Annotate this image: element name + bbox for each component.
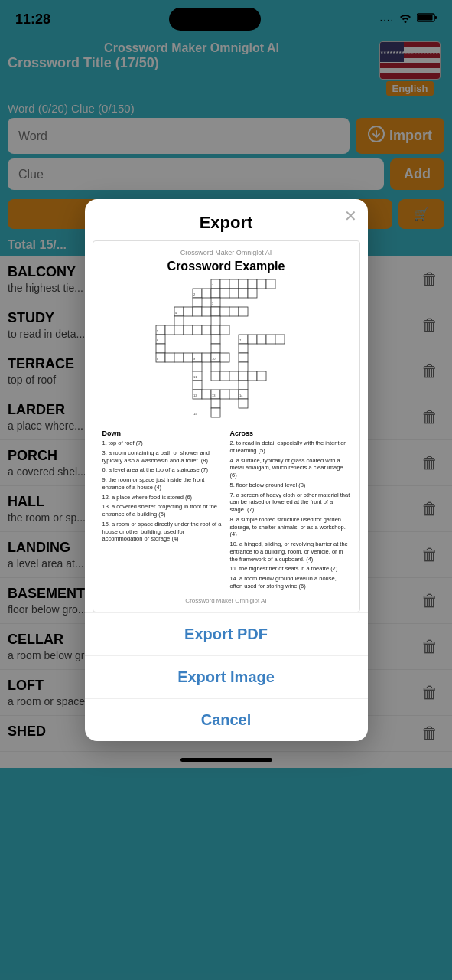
across-clue-7: 7. a screen of heavy cloth or other mate… — [230, 492, 350, 514]
down-clue-3: 3. a room containing a bath or shower an… — [102, 449, 223, 465]
svg-rect-41 — [248, 335, 257, 344]
down-clues-col: Down 1. top of roof (7) 3. a room contai… — [102, 430, 223, 593]
svg-rect-55 — [220, 353, 229, 362]
across-clue-2: 2. to read in detail especially with the… — [230, 439, 350, 455]
svg-rect-25 — [220, 307, 229, 316]
modal-header: Export ✕ — [85, 199, 368, 240]
preview-maker-label: Crossword Maker Omniglot AI — [101, 249, 352, 256]
modal-overlay[interactable]: Export ✕ Crossword Maker Omniglot AI Cro… — [0, 0, 452, 980]
svg-rect-22 — [193, 307, 202, 316]
down-clue-13: 13. a covered shelter projecting in fron… — [102, 503, 223, 518]
cancel-button[interactable]: Cancel — [85, 698, 368, 741]
svg-rect-17 — [248, 289, 257, 298]
across-clue-5: 5. floor below ground level (8) — [230, 482, 350, 489]
modal-preview: Crossword Maker Omniglot AI Crossword Ex… — [93, 240, 360, 612]
across-clue-4: 4. a surface, typically of glass coated … — [230, 457, 350, 479]
svg-rect-32 — [174, 325, 184, 335]
svg-rect-28 — [174, 316, 184, 325]
svg-rect-14 — [220, 289, 229, 298]
svg-rect-27 — [239, 307, 248, 316]
svg-rect-77 — [211, 408, 220, 417]
svg-rect-44 — [275, 335, 285, 344]
svg-text:10: 10 — [212, 357, 216, 361]
down-clue-12: 12. a place where food is stored (6) — [102, 494, 223, 501]
svg-rect-58 — [211, 362, 220, 371]
down-clue-1: 1. top of roof (7) — [102, 439, 223, 447]
svg-rect-56 — [239, 353, 248, 362]
svg-rect-64 — [239, 371, 248, 381]
svg-rect-49 — [165, 353, 174, 362]
svg-text:15: 15 — [193, 412, 197, 416]
svg-rect-45 — [156, 344, 165, 353]
svg-rect-70 — [202, 390, 211, 399]
crossword-svg: 1 2 3 4 5 6 7 8 9 10 11 12 13 14 15 — [150, 278, 303, 423]
crossword-grid: 1 2 3 4 5 6 7 8 9 10 11 12 13 14 15 — [101, 278, 352, 423]
svg-rect-53 — [202, 353, 211, 362]
preview-footer: Crossword Maker Omniglot AI — [101, 597, 352, 604]
across-clue-14: 14. a room below ground level in a house… — [230, 575, 350, 590]
svg-rect-62 — [220, 371, 229, 381]
svg-rect-50 — [174, 353, 184, 362]
svg-rect-42 — [257, 335, 266, 344]
svg-rect-12 — [202, 289, 211, 298]
down-clue-15: 15. a room or space directly under the r… — [102, 521, 223, 543]
svg-rect-5 — [220, 279, 229, 289]
svg-rect-36 — [211, 325, 220, 335]
svg-rect-24 — [211, 307, 220, 316]
svg-text:11: 11 — [193, 375, 197, 379]
svg-rect-51 — [184, 353, 193, 362]
modal-title: Export — [200, 213, 253, 232]
svg-rect-59 — [239, 362, 248, 371]
svg-rect-68 — [239, 381, 248, 390]
svg-text:14: 14 — [239, 394, 243, 397]
svg-rect-72 — [220, 390, 229, 399]
svg-rect-73 — [229, 390, 239, 399]
svg-rect-76 — [239, 399, 248, 408]
svg-rect-26 — [229, 307, 239, 316]
across-clues-col: Across 2. to read in detail especially w… — [230, 430, 350, 593]
svg-rect-23 — [202, 307, 211, 316]
down-title: Down — [102, 430, 223, 437]
svg-rect-13 — [211, 289, 220, 298]
svg-rect-37 — [220, 325, 229, 335]
svg-rect-7 — [239, 279, 248, 289]
svg-rect-9 — [257, 279, 266, 289]
svg-rect-47 — [239, 344, 248, 353]
svg-rect-65 — [248, 371, 257, 381]
preview-crossword-title: Crossword Example — [101, 260, 352, 273]
svg-rect-8 — [248, 279, 257, 289]
svg-rect-57 — [193, 362, 202, 371]
down-clue-9: 9. the room or space just inside the fro… — [102, 476, 223, 492]
svg-rect-34 — [193, 325, 202, 335]
down-clue-6: 6. a level area at the top of a staircas… — [102, 466, 223, 474]
svg-rect-16 — [239, 289, 248, 298]
export-modal: Export ✕ Crossword Maker Omniglot AI Cro… — [85, 199, 368, 741]
svg-rect-10 — [266, 279, 275, 289]
across-clue-8: 8. a simple roofed structure used for ga… — [230, 516, 350, 538]
svg-rect-66 — [257, 371, 266, 381]
svg-text:13: 13 — [212, 394, 216, 397]
modal-close-button[interactable]: ✕ — [344, 207, 357, 225]
svg-rect-15 — [229, 289, 239, 298]
svg-rect-63 — [229, 371, 239, 381]
across-title: Across — [230, 430, 350, 437]
across-clue-10: 10. a hinged, sliding, or revolving barr… — [230, 541, 350, 563]
svg-rect-67 — [193, 381, 202, 390]
export-image-button[interactable]: Export Image — [85, 655, 368, 698]
svg-rect-61 — [211, 371, 220, 381]
svg-rect-33 — [184, 325, 193, 335]
clue-columns: Down 1. top of roof (7) 3. a room contai… — [101, 430, 352, 593]
svg-rect-46 — [211, 344, 220, 353]
svg-text:12: 12 — [193, 394, 197, 397]
svg-rect-43 — [266, 335, 275, 344]
svg-rect-29 — [211, 316, 220, 325]
svg-rect-6 — [229, 279, 239, 289]
svg-rect-39 — [211, 335, 220, 344]
svg-rect-35 — [202, 325, 211, 335]
svg-rect-18 — [193, 298, 202, 307]
across-clue-11: 11. the highest tier of seats in a theat… — [230, 565, 350, 573]
svg-rect-75 — [211, 399, 220, 408]
export-pdf-button[interactable]: Export PDF — [85, 612, 368, 655]
svg-rect-21 — [184, 307, 193, 316]
svg-rect-31 — [165, 325, 174, 335]
